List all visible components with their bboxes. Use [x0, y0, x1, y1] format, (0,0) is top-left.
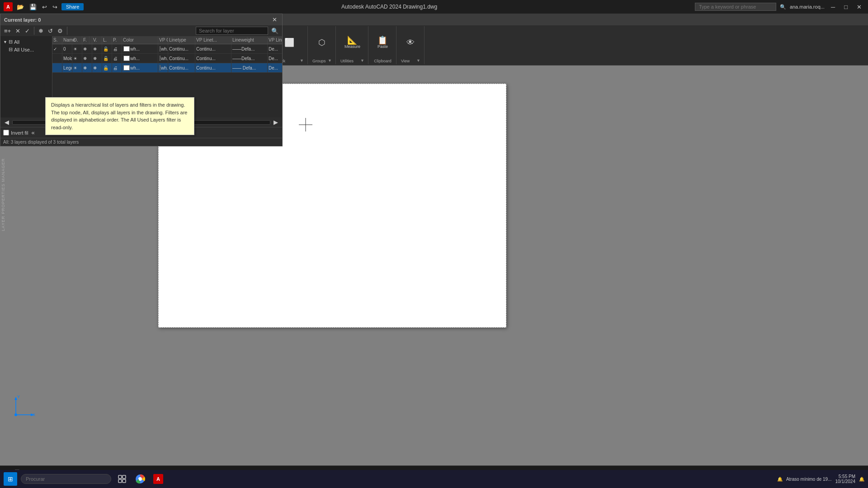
col-vp[interactable]: V.: [92, 36, 102, 44]
time-label: 5:55 PM: [839, 474, 855, 479]
col-print[interactable]: P.: [112, 36, 122, 44]
block-icon: ⬜: [284, 38, 294, 47]
view-group: 👁 View ▼: [397, 26, 425, 64]
cell-lock-1: 🔓: [102, 54, 112, 63]
close-button[interactable]: ✕: [854, 3, 864, 11]
col-status[interactable]: S.: [52, 36, 62, 44]
block-expand-icon[interactable]: ▼: [300, 58, 304, 63]
minimize-button[interactable]: ─: [828, 3, 838, 11]
delete-layer-btn[interactable]: ✕: [14, 27, 22, 35]
filter-all[interactable]: ▼ ⊟ All: [2, 38, 50, 46]
table-row[interactable]: Legenda ☀ ❅ ❅ 🔓 🖨 wh... wh... Continu...…: [52, 63, 282, 73]
cell-vpcolor-0: wh...: [158, 44, 168, 53]
notification-icon[interactable]: 🔔: [777, 477, 783, 482]
col-color[interactable]: Color: [122, 36, 158, 44]
view-bottom: View ▼: [401, 58, 420, 63]
col-lock[interactable]: L.: [102, 36, 112, 44]
autocad-taskbar-icon[interactable]: A: [151, 472, 165, 486]
col-on[interactable]: O.: [72, 36, 82, 44]
group-btn[interactable]: ⬡: [317, 38, 327, 47]
groups-group: ⬡ Groups ▼: [309, 26, 336, 64]
share-button[interactable]: Share: [61, 3, 84, 10]
col-linetype[interactable]: Linetype: [168, 36, 195, 44]
search-icon-btn[interactable]: 🔍: [270, 27, 280, 35]
cell-vp-2: ❅: [92, 63, 102, 72]
cell-vp-0: ❅: [92, 44, 102, 53]
col-vp-color[interactable]: VP Co...: [158, 36, 168, 44]
set-current-btn[interactable]: ✓: [24, 27, 31, 35]
cell-vpcolor-2: wh...: [158, 63, 168, 72]
svg-text:Y: Y: [17, 394, 20, 399]
new-vp-freeze-btn[interactable]: ❅: [37, 27, 45, 35]
groups-group-content: ⬡: [317, 27, 327, 58]
clipboard-group-label: Clipboard: [374, 59, 392, 63]
cell-linewt-1: —— Defa...: [231, 54, 268, 63]
filter-all-used-icon: ⊟: [9, 47, 13, 52]
layer-table-header: S. Name O. F. V. L. P. Color VP Co... Li…: [52, 36, 282, 44]
redo-btn[interactable]: ↪: [51, 3, 59, 11]
svg-rect-9: [118, 475, 122, 479]
cell-vpline-1: De...: [268, 54, 282, 63]
measure-label: Measure: [344, 44, 360, 49]
block-btn[interactable]: ⬜: [283, 38, 296, 47]
linewt-label-1: Defa...: [241, 56, 255, 61]
block-group-content: ⬜: [283, 27, 296, 58]
notification-bell-icon[interactable]: 🔔: [859, 477, 864, 482]
titlebar: A 📂 💾 ↩ ↪ Share Autodesk AutoCAD 2024 Dr…: [0, 0, 868, 14]
scroll-right-btn[interactable]: ▶: [272, 118, 279, 126]
start-button[interactable]: ⊞: [4, 472, 17, 486]
measure-btn[interactable]: 📐 Measure: [343, 35, 362, 50]
search-icon[interactable]: 🔍: [780, 4, 786, 10]
notification-text: Atraso mínimo de 19...: [786, 477, 832, 482]
color-label-1: wh...: [130, 56, 140, 61]
search-layer-input[interactable]: [196, 27, 268, 35]
undo-btn[interactable]: ↩: [41, 3, 48, 11]
filter-collapse-btn[interactable]: «: [30, 129, 36, 136]
invert-filter-label: Invert fil: [11, 130, 28, 136]
col-lineweight[interactable]: Lineweight: [231, 36, 268, 44]
autocad-logo-small: A: [153, 474, 163, 484]
col-vp-line[interactable]: VP Line...: [268, 36, 282, 44]
col-vp-linet[interactable]: VP Linet...: [195, 36, 231, 44]
crosshair-svg: [299, 118, 312, 131]
chrome-taskbar-icon[interactable]: [133, 472, 147, 486]
new-layer-btn[interactable]: ≡+: [3, 27, 12, 35]
chrome-svg: [135, 474, 145, 484]
task-view-icon[interactable]: [115, 472, 129, 486]
table-row[interactable]: Moldura ☀ ❅ ❅ 🔓 🖨 wh... wh... Continu...…: [52, 54, 282, 63]
view-btn[interactable]: 👁: [405, 38, 416, 47]
close-panel-btn[interactable]: ✕: [271, 16, 278, 23]
linewt-label-0: Defa...: [241, 47, 255, 52]
layer-filters-panel: ▼ ⊟ All ⊟ All Use...: [0, 36, 52, 117]
col-freeze[interactable]: F.: [82, 36, 92, 44]
layer-panel-header: Current layer: 0 ✕: [0, 14, 282, 25]
table-row[interactable]: ✓ 0 ☀ ❅ ❅ 🔓 🖨 wh... wh... Continu... Con…: [52, 44, 282, 54]
utilities-group: 📐 Measure Utilities ▼: [337, 26, 368, 64]
scroll-left-btn[interactable]: ◀: [3, 118, 10, 126]
filter-all-used[interactable]: ⊟ All Use...: [2, 46, 50, 53]
cell-name-0: 0: [62, 44, 72, 53]
utilities-expand-icon[interactable]: ▼: [360, 58, 364, 63]
vpcolor-swatch-0: [160, 46, 160, 52]
view-expand-icon[interactable]: ▼: [416, 58, 420, 63]
settings-btn[interactable]: ⚙: [56, 27, 64, 35]
task-view-svg: [118, 475, 126, 483]
maximize-button[interactable]: □: [841, 3, 850, 11]
paste-btn[interactable]: 📋 Paste: [376, 35, 389, 50]
taskbar: ⊞ A 🔔 Atraso mínimo de 19... 5:55 PM 10/…: [0, 470, 868, 488]
cell-on-2: ☀: [72, 63, 82, 72]
color-swatch-1: [123, 56, 130, 61]
groups-expand-icon[interactable]: ▼: [328, 58, 332, 63]
layer-count-label: All: 3 layers displayed of 3 total layer…: [3, 140, 79, 145]
filter-all-icon: ⊟: [9, 39, 13, 45]
invert-filter-checkbox[interactable]: [3, 130, 9, 136]
quick-save-btn[interactable]: 💾: [28, 3, 38, 11]
filter-all-label: All: [14, 39, 19, 45]
view-icon: 👁: [406, 38, 415, 47]
color-label-2: wh...: [130, 66, 140, 70]
quick-open-btn[interactable]: 📂: [15, 3, 25, 11]
keyword-search-input[interactable]: [695, 3, 776, 11]
taskbar-search-input[interactable]: [21, 474, 111, 484]
user-label: ana.maria.roq...: [790, 4, 825, 9]
refresh-btn[interactable]: ↺: [47, 27, 54, 35]
